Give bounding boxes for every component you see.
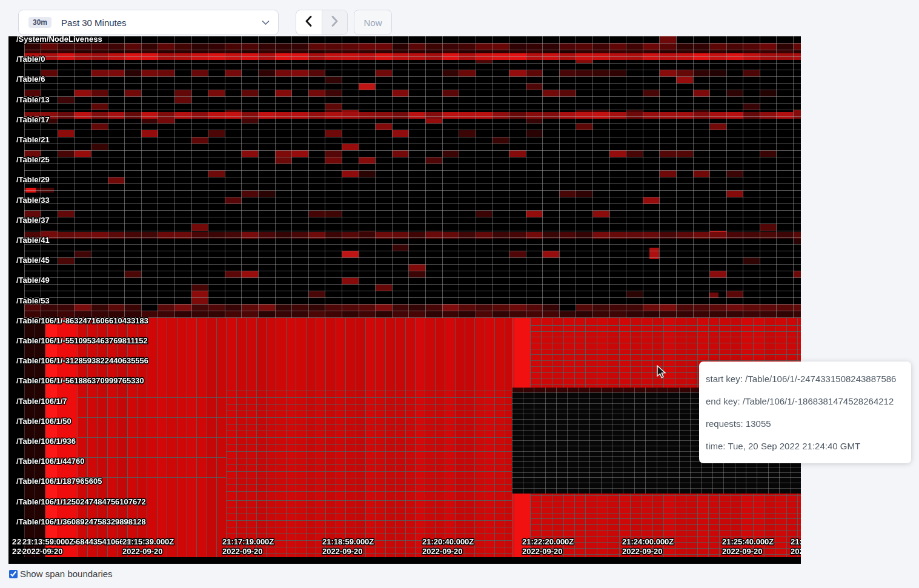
show-span-boundaries-checkbox[interactable] — [9, 570, 18, 578]
prev-button[interactable] — [296, 10, 322, 35]
time-range-badge: 30m — [28, 17, 51, 28]
tooltip-end-key: end key: /Table/106/1/-18683814745282642… — [706, 390, 903, 412]
show-span-boundaries-row: Show span boundaries — [8, 569, 113, 579]
time-nav-group — [296, 10, 348, 35]
key-visualizer-canvas[interactable] — [8, 36, 801, 564]
hover-tooltip: start key: /Table/106/1/-247433150824388… — [699, 362, 911, 463]
show-span-boundaries-label: Show span boundaries — [20, 569, 113, 579]
now-button-label: Now — [363, 18, 382, 28]
next-button[interactable] — [322, 10, 348, 35]
time-range-label: Past 30 Minutes — [61, 18, 127, 28]
now-button[interactable]: Now — [354, 10, 392, 35]
tooltip-start-key: start key: /Table/106/1/-247433150824388… — [706, 368, 903, 390]
tooltip-requests: requests: 13055 — [706, 412, 903, 435]
chevron-down-icon — [262, 20, 270, 25]
chevron-right-icon — [331, 16, 338, 29]
tooltip-time: time: Tue, 20 Sep 2022 21:24:40 GMT — [706, 435, 903, 457]
chevron-left-icon — [305, 16, 312, 29]
time-range-select[interactable]: 30m Past 30 Minutes — [18, 10, 279, 35]
